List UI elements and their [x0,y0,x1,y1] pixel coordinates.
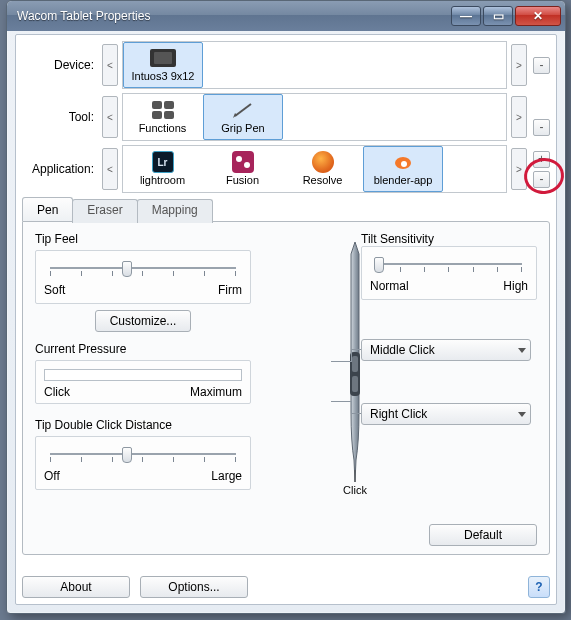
tool-strip: Functions Grip Pen [122,93,507,141]
titlebar: Wacom Tablet Properties — ▭ ✕ [7,1,565,31]
tip-double-left: Off [44,469,60,483]
tab-mapping[interactable]: Mapping [137,199,213,223]
tool-item-label: Grip Pen [221,122,264,134]
app-remove-button[interactable]: - [533,171,550,188]
app-item-label: Fusion [226,174,259,186]
fusion-icon [230,152,256,172]
device-next-button[interactable]: > [511,44,527,86]
tip-double-right: Large [211,469,242,483]
functions-icon [150,100,176,120]
connector-line [351,349,361,350]
application-strip: Lr lightroom Fusion Resolve blender-app [122,145,507,193]
connector-line [331,401,351,402]
window-title: Wacom Tablet Properties [17,9,449,23]
tip-double-label: Tip Double Click Distance [35,418,251,432]
device-item-intuos[interactable]: Intuos3 9x12 [123,42,203,88]
connector-line [331,361,351,362]
application-row: Application: < Lr lightroom Fusion Resol… [22,145,550,193]
current-pressure-group: Current Pressure Click Maximum [35,342,251,404]
tab-eraser[interactable]: Eraser [72,199,137,223]
customize-button[interactable]: Customize... [95,310,192,332]
current-pressure-label: Current Pressure [35,342,251,356]
application-label: Application: [22,162,98,176]
pen-diagram: Click [295,242,415,496]
pen-tip-label: Click [295,484,415,496]
app-item-label: blender-app [374,174,433,186]
lightroom-icon: Lr [150,152,176,172]
blender-icon [390,152,416,172]
minimize-button[interactable]: — [451,6,481,26]
client-area: Device: < Intuos3 9x12 > - Tool: < Funct… [15,34,557,605]
tool-item-label: Functions [139,122,187,134]
chevron-down-icon [518,412,526,417]
device-row: Device: < Intuos3 9x12 > - [22,41,550,89]
tablet-icon [150,48,176,68]
tab-panel-pen: Tip Feel Soft Firm [22,221,550,555]
connector-line [351,413,361,414]
tool-item-grip-pen[interactable]: Grip Pen [203,94,283,140]
tab-container: Pen Eraser Mapping Tip Feel [22,197,550,555]
pen-icon [230,100,256,120]
connector-line [351,349,352,362]
tip-double-slider[interactable] [44,443,242,469]
pen-icon-large [335,242,375,482]
tip-feel-right: Firm [218,283,242,297]
tilt-right: High [503,279,528,293]
device-label: Device: [22,58,98,72]
pressure-bar [44,369,242,381]
bottom-button-row: About Options... ? [22,576,550,598]
tip-feel-group: Tip Feel Soft Firm [35,232,251,332]
app-item-fusion[interactable]: Fusion [203,146,283,192]
chevron-down-icon [518,348,526,353]
device-strip: Intuos3 9x12 [122,41,507,89]
device-prev-button[interactable]: < [102,44,118,86]
tool-prev-button[interactable]: < [102,96,118,138]
tip-feel-left: Soft [44,283,65,297]
svg-rect-4 [352,376,358,392]
tool-item-functions[interactable]: Functions [123,94,203,140]
lower-button-dropdown[interactable]: Right Click [361,403,531,425]
pressure-left: Click [44,385,70,399]
about-button[interactable]: About [22,576,130,598]
tip-feel-label: Tip Feel [35,232,251,246]
options-button[interactable]: Options... [140,576,248,598]
upper-button-dropdown[interactable]: Middle Click [361,339,531,361]
device-item-label: Intuos3 9x12 [132,70,195,82]
tool-remove-button[interactable]: - [533,119,550,136]
svg-line-0 [235,104,251,116]
tool-label: Tool: [22,110,98,124]
tab-pen[interactable]: Pen [22,197,73,221]
help-button[interactable]: ? [528,576,550,598]
tool-next-button[interactable]: > [511,96,527,138]
close-button[interactable]: ✕ [515,6,561,26]
app-next-button[interactable]: > [511,148,527,190]
upper-button-value: Middle Click [370,343,435,357]
window: Wacom Tablet Properties — ▭ ✕ Device: < … [6,0,566,614]
tool-row: Tool: < Functions Grip Pen > + - [22,93,550,141]
maximize-button[interactable]: ▭ [483,6,513,26]
app-item-label: Resolve [303,174,343,186]
app-item-label: lightroom [140,174,185,186]
app-add-button[interactable]: + [533,151,550,168]
app-prev-button[interactable]: < [102,148,118,190]
tip-feel-slider[interactable] [44,257,242,283]
lower-button-value: Right Click [370,407,427,421]
device-remove-button[interactable]: - [533,57,550,74]
app-item-resolve[interactable]: Resolve [283,146,363,192]
tip-double-click-group: Tip Double Click Distance Off Large [35,418,251,490]
resolve-icon [310,152,336,172]
svg-rect-3 [352,356,358,372]
app-item-lightroom[interactable]: Lr lightroom [123,146,203,192]
default-button[interactable]: Default [429,524,537,546]
tab-strip: Pen Eraser Mapping [22,197,550,221]
pressure-right: Maximum [190,385,242,399]
app-item-blender[interactable]: blender-app [363,146,443,192]
